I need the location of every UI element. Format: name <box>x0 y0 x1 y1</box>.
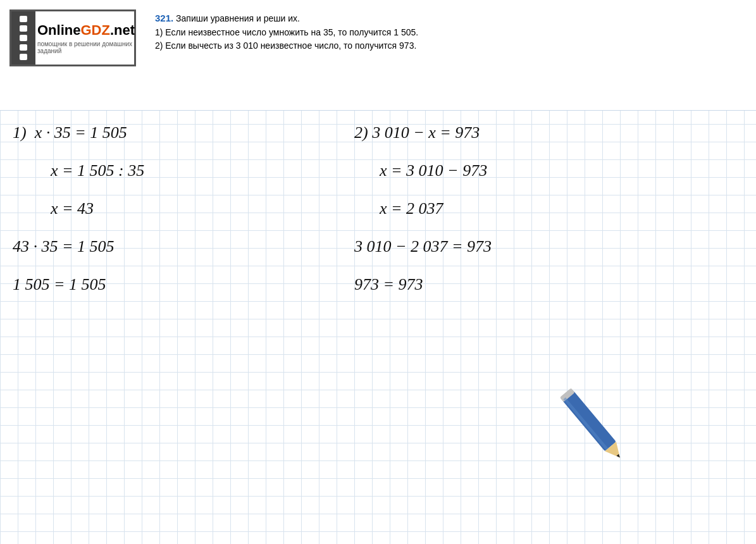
logo-online: Online <box>37 22 80 38</box>
logo-title: OnlineGDZ.net <box>37 22 135 39</box>
problem2-line4: 973 = 973 <box>354 275 492 294</box>
problem1-line4: 1 505 = 1 505 <box>13 275 144 294</box>
problem-2: 2) 3 010 − x = 973 x = 3 010 − 973 x = 2… <box>354 123 492 313</box>
page: OnlineGDZ.net помощник в решении домашни… <box>0 0 756 544</box>
logo-box: OnlineGDZ.net помощник в решении домашни… <box>9 9 136 66</box>
math-content: 1) x · 35 = 1 505 x = 1 505 : 35 x = 43 … <box>0 111 756 544</box>
problem2-label: 2) <box>354 123 372 142</box>
problem2-line2: x = 2 037 <box>380 199 492 218</box>
problem1-label: 1) <box>13 123 35 142</box>
problem1-line0: 1) x · 35 = 1 505 <box>13 123 144 142</box>
logo-gdz: GDZ <box>80 22 109 38</box>
task-title: Запиши уравнения и реши их. <box>176 13 300 23</box>
task-number: 321. <box>155 13 173 23</box>
film-hole <box>20 54 27 60</box>
problem1-eq0: x · 35 = 1 505 <box>35 123 127 142</box>
problem2-line0: 2) 3 010 − x = 973 <box>354 123 492 142</box>
task-item1: 1) Если неизвестное число умножить на 35… <box>155 27 418 37</box>
task-item2: 2) Если вычесть из 3 010 неизвестное чис… <box>155 40 416 51</box>
logo-text: OnlineGDZ.net помощник в решении домашни… <box>37 22 135 54</box>
logo-net: .net <box>110 22 135 38</box>
problem1-line1: x = 1 505 : 35 <box>51 161 144 180</box>
problem2-eq0: 3 010 − x = 973 <box>372 123 480 142</box>
header-area: OnlineGDZ.net помощник в решении домашни… <box>0 0 756 111</box>
task-area: 321. Запиши уравнения и реши их. 1) Если… <box>136 6 747 58</box>
svg-rect-0 <box>562 391 616 451</box>
problem-1: 1) x · 35 = 1 505 x = 1 505 : 35 x = 43 … <box>13 123 144 313</box>
film-strip <box>11 11 35 65</box>
problem1-line3: 43 · 35 = 1 505 <box>13 237 144 256</box>
film-hole <box>20 35 27 41</box>
logo-subtitle: помощник в решении домашних заданий <box>37 40 135 54</box>
film-hole <box>20 25 27 32</box>
film-hole <box>20 44 27 51</box>
problem2-line3: 3 010 − 2 037 = 973 <box>354 237 492 256</box>
problem2-line1: x = 3 010 − 973 <box>380 161 492 180</box>
pencil-icon <box>543 374 639 474</box>
film-hole <box>20 16 27 22</box>
content-area: 1) x · 35 = 1 505 x = 1 505 : 35 x = 43 … <box>0 111 756 544</box>
svg-rect-3 <box>563 397 608 450</box>
problem1-line2: x = 43 <box>51 199 144 218</box>
